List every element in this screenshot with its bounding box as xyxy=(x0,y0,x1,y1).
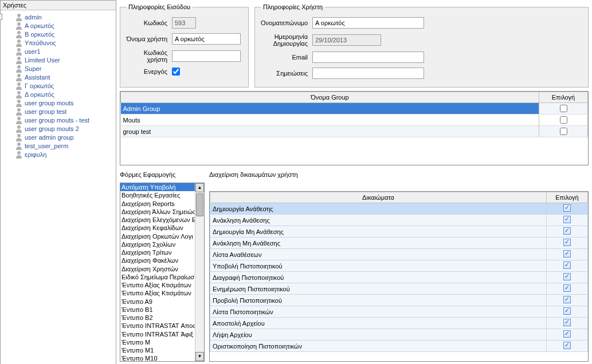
tree-user-item[interactable]: Limited User xyxy=(14,56,116,64)
perm-select-cell xyxy=(547,249,588,260)
groups-col-select[interactable]: Επιλογή xyxy=(539,92,588,103)
tree-user-label: Super xyxy=(25,65,41,72)
perm-checkbox[interactable] xyxy=(563,296,571,303)
group-select-checkbox[interactable] xyxy=(560,128,567,135)
perm-checkbox[interactable] xyxy=(563,216,571,223)
tree-user-item[interactable]: Δ ορκωτός xyxy=(14,90,116,98)
list-item[interactable]: Διαχείριση Κεφαλίδων xyxy=(120,224,195,232)
table-row[interactable]: Ανάκληση Μη Ανάθεσης xyxy=(210,238,588,249)
scrollbar[interactable]: ▲ ▼ xyxy=(195,183,204,361)
list-item[interactable]: Διαχείριση Τρίτων xyxy=(120,248,195,256)
tree-user-item[interactable]: Assistant xyxy=(14,73,116,81)
perm-checkbox[interactable] xyxy=(563,330,571,338)
tree-user-item[interactable]: user group test xyxy=(14,107,116,116)
tree-user-item[interactable]: user group mouts xyxy=(14,98,116,107)
email-field[interactable] xyxy=(312,52,424,63)
list-item[interactable]: Έντυπο INTRASTAT Αποσ xyxy=(120,322,195,330)
list-item[interactable]: Έντυπο Μ1 xyxy=(120,346,195,354)
created-field[interactable] xyxy=(312,34,381,46)
tree-user-item[interactable]: user group mouts 2 xyxy=(14,124,116,133)
code-field[interactable] xyxy=(172,17,196,29)
tree-user-item[interactable]: Υπεύθυνος xyxy=(14,38,116,47)
scroll-thumb[interactable] xyxy=(196,193,203,216)
perm-checkbox[interactable] xyxy=(563,239,571,246)
list-item[interactable]: Ειδικό Σημείωμα Περαίωσ xyxy=(120,273,195,281)
tree-user-label: admin xyxy=(25,14,42,21)
group-select-checkbox[interactable] xyxy=(560,116,567,124)
list-item[interactable]: Διαχείριση Χρηστών xyxy=(120,265,195,273)
perm-checkbox[interactable] xyxy=(563,284,571,292)
perm-name-cell: Αποστολή Αρχείου xyxy=(210,318,547,329)
table-row[interactable]: Διαγραφή Πιστοποιητικού xyxy=(210,272,588,283)
table-row[interactable]: Λήψη Αρχείου xyxy=(210,329,588,341)
username-field[interactable] xyxy=(172,33,241,45)
active-checkbox[interactable] xyxy=(172,68,180,76)
scroll-up-icon[interactable]: ▲ xyxy=(195,183,204,192)
list-item[interactable]: Διαχείριση Άλλων Σημειώσεων xyxy=(120,208,195,216)
list-item[interactable]: Έντυπο Αξίας Κτισμάτων xyxy=(120,289,195,297)
tree-user-item[interactable]: test_user_perm xyxy=(14,141,116,150)
notes-field[interactable] xyxy=(312,68,424,79)
table-row[interactable]: Λίστα Πιστοποιητικών xyxy=(210,306,588,318)
table-row[interactable]: Δημιουργία Ανάθεσης xyxy=(210,203,588,215)
user-icon xyxy=(14,30,23,39)
tree-user-item[interactable]: user admin group xyxy=(14,133,116,141)
table-row[interactable]: Mouts xyxy=(121,114,588,126)
table-row[interactable]: group test xyxy=(121,126,588,137)
list-item[interactable]: Διαχείριση Σχολίων xyxy=(120,240,195,248)
perm-checkbox[interactable] xyxy=(563,262,571,269)
perm-checkbox[interactable] xyxy=(563,273,571,280)
list-item[interactable]: Έντυπο Β1 xyxy=(120,306,195,314)
group-select-checkbox[interactable] xyxy=(560,105,567,112)
userpw-field[interactable] xyxy=(172,50,241,62)
table-row[interactable]: Ενημέρωση Πιστοποιητικού xyxy=(210,283,588,295)
user-icon xyxy=(14,56,23,65)
app-forms-listbox[interactable]: Αυτόματη ΥποβολήΒοηθητικές ΕργασίεςΔιαχε… xyxy=(120,183,205,362)
perm-checkbox[interactable] xyxy=(563,319,571,326)
perms-col-name[interactable]: Δικαιώματα xyxy=(210,192,547,203)
group-select-cell xyxy=(539,114,588,126)
tree-user-item[interactable]: admin xyxy=(14,13,116,21)
list-item[interactable]: Διαχείριση Ελεγχόμενων Ε xyxy=(120,216,195,224)
list-item[interactable]: Έντυπο INTRASTAT Άφιξ xyxy=(120,330,195,338)
list-item[interactable]: Έντυπο Α9 xyxy=(120,298,195,306)
list-item[interactable]: Αυτόματη Υποβολή xyxy=(120,183,195,191)
perm-checkbox[interactable] xyxy=(563,227,571,235)
list-item[interactable]: Έντυπο Αξίας Κτισμάτων xyxy=(120,281,195,289)
table-row[interactable]: Οριστικοποίηση Πιστοποιητικών xyxy=(210,341,588,352)
tree-user-item[interactable]: Γ ορκωτός xyxy=(14,81,116,90)
perms-header: Διαχείριση δικαιωμάτων χρήστη xyxy=(209,171,589,178)
list-item[interactable]: Διαχείριση Ορκωτών Λογι xyxy=(120,232,195,240)
tree-user-item[interactable]: user group mouts - test xyxy=(14,116,116,124)
table-row[interactable]: Υποβολή Πιστοποιητικού xyxy=(210,260,588,272)
tree-user-item[interactable]: Super xyxy=(14,64,116,73)
perm-checkbox[interactable] xyxy=(563,250,571,258)
list-item[interactable]: Διαχείριση Reports xyxy=(120,200,195,208)
users-tree-title: Χρήστες xyxy=(1,1,116,10)
perm-name-cell: Λίστα Αναθέσεων xyxy=(210,249,547,260)
perm-checkbox[interactable] xyxy=(563,342,571,349)
fullname-field[interactable] xyxy=(312,17,424,29)
list-item[interactable]: Έντυπο Β2 xyxy=(120,314,195,322)
table-row[interactable]: Δημιουργία Μη Ανάθεσης xyxy=(210,226,588,238)
list-item[interactable]: Διαχείριση Φακέλων xyxy=(120,256,195,264)
tree-user-item[interactable]: Β ορκωτός xyxy=(14,30,116,38)
table-row[interactable]: Admin Group xyxy=(121,103,588,114)
groups-col-name[interactable]: Όνομα Group xyxy=(121,92,539,103)
perm-checkbox[interactable] xyxy=(563,204,571,212)
scroll-down-icon[interactable]: ▼ xyxy=(195,352,204,361)
table-row[interactable]: Αποστολή Αρχείου xyxy=(210,318,588,329)
perm-checkbox[interactable] xyxy=(563,307,571,315)
tree-user-item[interactable]: Α ορκωτός xyxy=(14,21,116,30)
tree-user-item[interactable]: εριφυλη xyxy=(14,150,116,159)
table-row[interactable]: Προβολή Πιστοποιητικού xyxy=(210,295,588,306)
table-row[interactable]: Ανάκληση Ανάθεσης xyxy=(210,215,588,226)
list-item[interactable]: Έντυπο Μ xyxy=(120,338,195,346)
tree-collapse-icon[interactable]: − xyxy=(0,14,2,20)
list-item[interactable]: Έντυπο Μ10 xyxy=(120,354,195,361)
tree-user-item[interactable]: user1 xyxy=(14,47,116,56)
user-icon xyxy=(14,73,23,82)
list-item[interactable]: Βοηθητικές Εργασίες xyxy=(120,191,195,199)
perms-col-select[interactable]: Επιλογή xyxy=(547,192,588,203)
table-row[interactable]: Λίστα Αναθέσεων xyxy=(210,249,588,260)
